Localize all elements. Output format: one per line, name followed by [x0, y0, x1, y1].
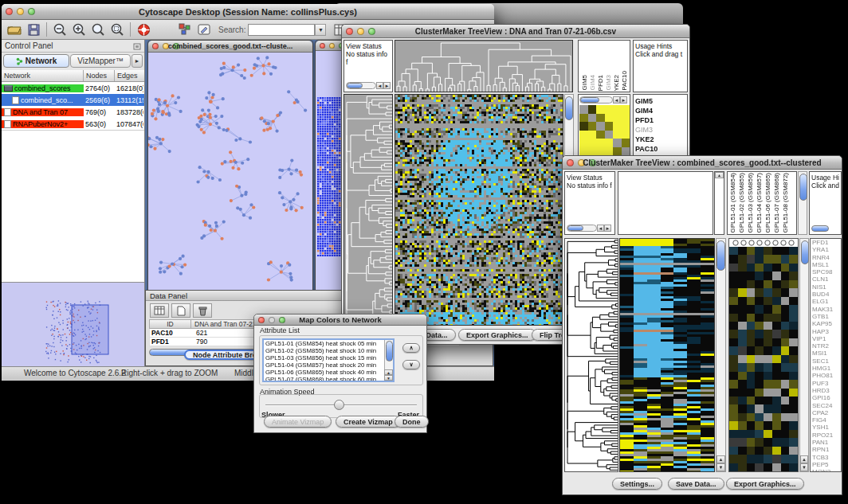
- main-title-bar[interactable]: Cytoscape Desktop (Session Name: collins…: [2, 4, 494, 20]
- annotation-button[interactable]: [194, 21, 214, 38]
- scroll-down-icon[interactable]: ▼: [800, 463, 808, 471]
- minimize-icon[interactable]: [329, 43, 335, 49]
- gene-label[interactable]: BUD4: [811, 291, 841, 298]
- close-icon[interactable]: [320, 43, 325, 49]
- tv2-labels-vscrollbar[interactable]: [798, 171, 807, 235]
- tv1-row-label[interactable]: GIM4: [634, 106, 687, 115]
- gene-label[interactable]: FIG4: [811, 416, 841, 424]
- tv2-status-hscrollbar[interactable]: [567, 225, 583, 231]
- tv1-row-label[interactable]: GIM3: [634, 125, 687, 135]
- new-attribute-button[interactable]: [171, 303, 190, 318]
- tv2-heatmap[interactable]: [619, 238, 715, 472]
- scroll-down-icon[interactable]: ▼: [384, 375, 393, 381]
- data-col-id[interactable]: ID: [150, 320, 191, 328]
- save-button[interactable]: [24, 21, 43, 38]
- move-down-button[interactable]: ∨: [402, 360, 420, 369]
- animation-slider-thumb[interactable]: [334, 400, 344, 410]
- tv2-zoom-vscrollbar[interactable]: ▲ ▼: [799, 238, 809, 472]
- scroll-down-icon[interactable]: ▼: [716, 463, 725, 471]
- gene-label[interactable]: PUF3: [811, 380, 841, 387]
- gene-label[interactable]: ELG1: [811, 298, 841, 305]
- scroll-up-icon[interactable]: ▲: [715, 172, 724, 178]
- gene-label[interactable]: SPC98: [811, 268, 841, 275]
- gene-label[interactable]: SEC24: [811, 402, 841, 409]
- gene-label[interactable]: PFD1: [811, 239, 841, 246]
- tv2-hints-hscrollbar[interactable]: [811, 225, 829, 232]
- search-dropdown-button[interactable]: ▼: [315, 24, 326, 36]
- scroll-up-icon[interactable]: ▲: [716, 455, 725, 463]
- animate-vizmap-button[interactable]: Animate Vizmap: [264, 416, 332, 428]
- network-table-row[interactable]: DNA and Tran 07 769(0) 183728(0): [2, 106, 144, 118]
- zoom-out-button[interactable]: [50, 21, 69, 38]
- tv2-zoom-panel[interactable]: [728, 238, 799, 472]
- network-modify-button[interactable]: [175, 21, 194, 38]
- open-file-button[interactable]: [5, 21, 24, 38]
- gene-label[interactable]: PHO81: [811, 372, 841, 379]
- network-table-row[interactable]: RNAPuberNov2+ 563(0) 107847(0): [2, 118, 144, 130]
- help-lifesaver-icon[interactable]: [134, 21, 153, 38]
- search-input[interactable]: [248, 24, 315, 36]
- tv2-settings-button[interactable]: Settings...: [612, 478, 662, 490]
- gene-label[interactable]: GPI16: [811, 394, 841, 401]
- tv2-row-dendrogram[interactable]: [564, 238, 618, 472]
- network-table-row[interactable]: combined_scores 2764(0) 16218(0): [2, 82, 144, 94]
- treeview2-title-bar[interactable]: ClusterMaker TreeView : combined_scores_…: [563, 156, 842, 170]
- done-button[interactable]: Done: [395, 416, 429, 428]
- zoom-selected-button[interactable]: [108, 21, 127, 38]
- scroll-left-icon[interactable]: ◄: [597, 225, 604, 232]
- scroll-up-icon[interactable]: ▲: [384, 369, 393, 375]
- attribute-list-item[interactable]: GPL51-02 (GSM855) heat shock 10 min: [264, 347, 393, 354]
- gene-label[interactable]: MON2: [811, 468, 841, 472]
- tv2-heatmap-vscrollbar[interactable]: ▲ ▼: [716, 238, 726, 472]
- tab-vizmapper[interactable]: VizMapper™: [70, 54, 131, 68]
- attribute-list-item[interactable]: GPL51-01 (GSM854) heat shock 05 min: [264, 340, 393, 347]
- treeview1-title-bar[interactable]: ClusterMaker TreeView : DNA and Tran 07-…: [342, 25, 689, 38]
- attribute-list-item[interactable]: GPL51-03 (GSM856) heat shock 15 min: [264, 354, 393, 361]
- select-attributes-button[interactable]: [150, 303, 169, 318]
- gene-label[interactable]: YRA1: [811, 246, 841, 253]
- scroll-right-icon[interactable]: ►: [620, 96, 627, 104]
- tab-overflow-button[interactable]: ►: [132, 54, 143, 68]
- tab-network[interactable]: Network: [3, 54, 69, 68]
- tv1-row-label[interactable]: PFD1: [634, 115, 687, 125]
- gene-label[interactable]: RNR4: [811, 254, 841, 261]
- scroll-left-icon[interactable]: ◄: [376, 82, 383, 89]
- gene-label[interactable]: VIP1: [811, 335, 841, 342]
- scroll-right-icon[interactable]: ►: [604, 225, 611, 232]
- float-panel-icon[interactable]: [133, 39, 141, 53]
- zoom-in-button[interactable]: [69, 21, 88, 38]
- gene-label[interactable]: TCB3: [811, 454, 841, 461]
- gene-label[interactable]: MAK31: [811, 306, 841, 313]
- tv1-row-label[interactable]: GIM5: [634, 96, 687, 106]
- tv1-row-label[interactable]: PAC10: [634, 144, 687, 154]
- gene-label[interactable]: RPO21: [811, 432, 841, 439]
- gene-label[interactable]: MSI1: [811, 350, 841, 357]
- dialog-title-bar[interactable]: Map Colors to Network: [254, 315, 426, 326]
- tv1-correlation-matrix[interactable]: [579, 105, 630, 155]
- scroll-right-icon[interactable]: ►: [383, 82, 391, 89]
- tv1-status-hscrollbar[interactable]: [347, 83, 363, 88]
- gene-label[interactable]: PAN1: [811, 439, 841, 446]
- gene-label[interactable]: KAP95: [811, 320, 841, 327]
- gene-label[interactable]: HAP3: [811, 328, 841, 335]
- attribute-list-item[interactable]: GPL51-06 (GSM865) heat shock 40 min: [264, 369, 393, 376]
- attribute-list-item[interactable]: GPL51-07 (GSM868) heat shock 60 min: [264, 376, 393, 382]
- gene-label[interactable]: HMG1: [811, 365, 841, 372]
- gene-label[interactable]: SEC1: [811, 357, 841, 365]
- tv1-matrix-hscrollbar[interactable]: [580, 97, 599, 103]
- tv2-column-dendrogram-area[interactable]: [618, 171, 713, 235]
- scroll-up-icon[interactable]: ▲: [800, 455, 808, 463]
- move-up-button[interactable]: ∧: [402, 343, 420, 353]
- network-view-canvas[interactable]: [148, 53, 312, 299]
- gene-label[interactable]: HRD3: [811, 387, 841, 394]
- tv1-column-dendrogram[interactable]: [395, 40, 573, 92]
- network-overview[interactable]: [2, 282, 144, 366]
- gene-label[interactable]: YSH1: [811, 424, 841, 431]
- network-view-title-bar[interactable]: combined_scores_good.txt--cluste...: [148, 41, 312, 53]
- tv1-row-label[interactable]: YKE2: [634, 135, 687, 144]
- tv1-row-dendrogram[interactable]: [344, 94, 393, 326]
- gene-label[interactable]: MSL1: [811, 261, 841, 268]
- tv1-heatmap[interactable]: [395, 94, 563, 326]
- gene-label[interactable]: RPN1: [811, 446, 841, 453]
- gene-label[interactable]: CPA2: [811, 409, 841, 416]
